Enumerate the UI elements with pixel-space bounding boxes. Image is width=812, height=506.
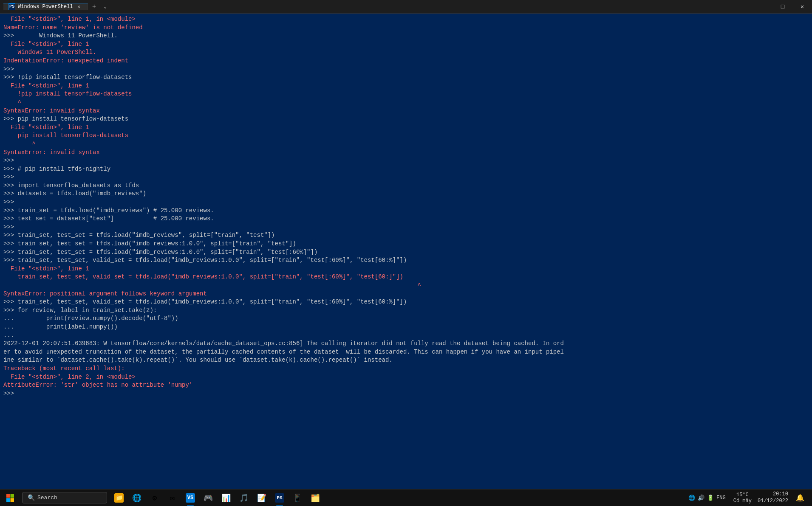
search-label: Search [37, 495, 57, 501]
system-tray: 🌐 🔊 🔋 ENG [685, 495, 729, 501]
taskbar-app-edge[interactable]: 🌐 [128, 489, 145, 506]
taskbar-app-vscode[interactable]: VS [182, 489, 199, 506]
windows-icon [6, 494, 14, 502]
weather-temp: 15°C [733, 492, 752, 498]
search-box[interactable]: 🔍 Search [22, 492, 107, 503]
taskbar-app-6[interactable]: 🎮 [200, 489, 217, 506]
taskbar-apps: 📁 🌐 ⚙️ ✉️ VS 🎮 📊 🎵 📝 [110, 489, 682, 506]
new-tab-button[interactable]: + [88, 3, 101, 11]
notification-button[interactable]: 🔔 [792, 489, 809, 506]
close-button[interactable]: ✕ [792, 0, 812, 13]
terminal-area[interactable]: File "<stdin>", line 1, in <module> Name… [0, 14, 812, 489]
tab-area: PS Windows PowerShell ✕ + ⌄ [3, 3, 110, 11]
svg-rect-1 [11, 494, 14, 498]
taskbar-app-11[interactable]: 📱 [289, 489, 306, 506]
svg-rect-2 [6, 498, 10, 502]
notification-icon: 🔔 [796, 494, 804, 502]
app7-icon: 📊 [221, 493, 231, 503]
minimize-button[interactable]: — [753, 0, 773, 13]
tab-label: Windows PowerShell [18, 4, 73, 10]
mail-icon: ✉️ [168, 493, 177, 503]
lang-indicator[interactable]: ENG [716, 495, 726, 501]
ps-icon: PS [8, 3, 15, 10]
clock[interactable]: 20:10 01/12/2022 [756, 491, 790, 504]
app6-icon: 🎮 [204, 493, 213, 503]
clock-time: 20:10 [758, 491, 788, 498]
tab-close-button[interactable]: ✕ [76, 3, 82, 10]
start-button[interactable] [0, 489, 20, 506]
titlebar: PS Windows PowerShell ✕ + ⌄ — □ ✕ [0, 0, 812, 14]
volume-icon[interactable]: 🔊 [698, 495, 704, 501]
powershell-taskbar-icon: PS [275, 493, 284, 503]
network-icon[interactable]: 🌐 [688, 495, 695, 501]
powershell-tab[interactable]: PS Windows PowerShell ✕ [3, 3, 88, 10]
edge-icon: 🌐 [132, 493, 141, 503]
battery-icon[interactable]: 🔋 [707, 495, 714, 501]
clock-date: 01/12/2022 [758, 498, 788, 505]
taskbar-app-9[interactable]: 📝 [253, 489, 270, 506]
maximize-button[interactable]: □ [773, 0, 792, 13]
taskbar-app-8[interactable]: 🎵 [235, 489, 252, 506]
explorer-icon: 📁 [114, 493, 124, 503]
tab-dropdown-button[interactable]: ⌄ [100, 3, 110, 11]
weather-desc: Có mây [733, 498, 752, 504]
taskbar-right: 🌐 🔊 🔋 ENG 15°C Có mây 20:10 01/12/2022 🔔 [682, 489, 812, 506]
titlebar-left: PS Windows PowerShell ✕ + ⌄ [3, 3, 110, 11]
chrome-icon: ⚙️ [150, 493, 159, 503]
app8-icon: 🎵 [239, 493, 249, 503]
taskbar-app-explorer[interactable]: 📁 [110, 489, 127, 506]
svg-rect-0 [6, 494, 10, 498]
taskbar: 🔍 Search 📁 🌐 ⚙️ ✉️ VS 🎮 📊 [0, 489, 812, 506]
window-controls: — □ ✕ [753, 0, 812, 13]
taskbar-app-mail[interactable]: ✉️ [164, 489, 181, 506]
vscode-icon: VS [186, 493, 195, 503]
app9-icon: 📝 [257, 493, 266, 503]
weather-widget[interactable]: 15°C Có mây [731, 492, 754, 504]
taskbar-app-powershell[interactable]: PS [271, 489, 288, 506]
search-icon: 🔍 [28, 494, 35, 501]
taskbar-app-chrome[interactable]: ⚙️ [146, 489, 163, 506]
taskbar-app-7[interactable]: 📊 [218, 489, 235, 506]
app12-icon: 🗂️ [311, 493, 320, 503]
app11-icon: 📱 [293, 493, 302, 503]
svg-rect-3 [11, 498, 14, 502]
taskbar-app-12[interactable]: 🗂️ [307, 489, 324, 506]
